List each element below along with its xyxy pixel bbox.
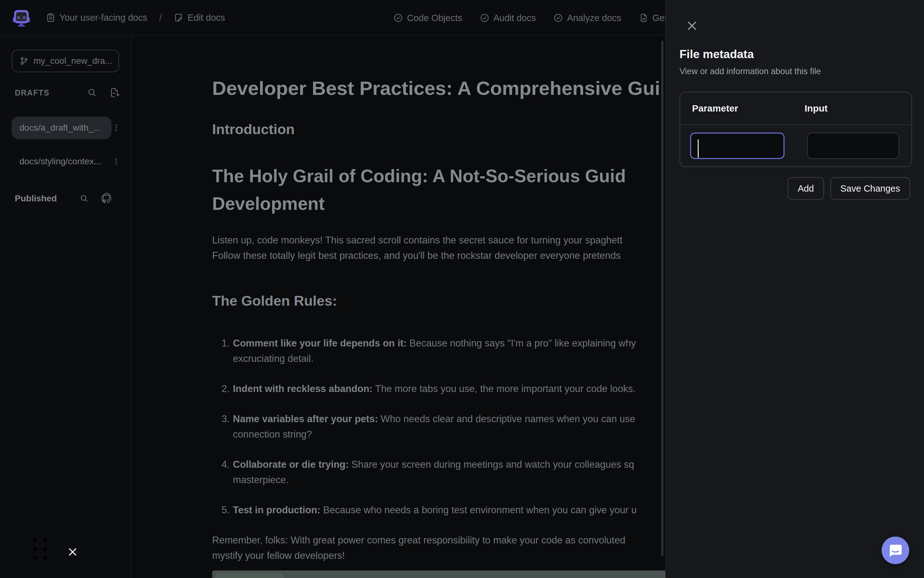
drawer-subtitle: View or add information about this file: [680, 67, 821, 76]
input-column-header: Input: [805, 103, 828, 114]
clipboard-icon: [46, 13, 55, 22]
metadata-table-header: Parameter Input: [680, 93, 911, 125]
doc-embedded-image: [212, 570, 671, 578]
new-file-icon[interactable]: [109, 87, 120, 98]
drag-handle-dots-icon[interactable]: [33, 538, 47, 560]
drawer-title: File metadata: [680, 48, 754, 61]
nav-code-objects-label: Code Objects: [407, 13, 462, 23]
search-published-icon[interactable]: [80, 194, 89, 203]
breadcrumb-docs-label: Your user-facing docs: [59, 13, 147, 23]
drafts-heading: DRAFTS: [15, 88, 49, 97]
metadata-table-row: [680, 125, 911, 167]
save-changes-button[interactable]: Save Changes: [830, 177, 910, 200]
file-icon: [639, 13, 648, 23]
draft-item-menu-icon[interactable]: [112, 154, 121, 169]
draft-item[interactable]: docs/a_draft_with_...: [11, 117, 112, 139]
nav-analyze-docs[interactable]: Analyze docs: [553, 13, 621, 23]
drafts-section-header: DRAFTS: [15, 87, 120, 98]
nav-audit-docs-label: Audit docs: [493, 13, 536, 23]
doc-image-thumbnail: [215, 573, 284, 578]
breadcrumb-separator: /: [159, 12, 161, 23]
app-logo-robot-icon[interactable]: o_o: [11, 8, 31, 27]
draft-item[interactable]: docs/styling/contex...: [11, 150, 112, 173]
draft-item-label: docs/a_draft_with_...: [20, 123, 101, 133]
document-scrollbar[interactable]: [661, 41, 664, 556]
chat-launcher-button[interactable]: [882, 537, 909, 564]
parameter-input[interactable]: [690, 133, 784, 159]
input-value-field[interactable]: [807, 133, 899, 159]
branch-name: my_cool_new_dra...: [34, 56, 112, 66]
check-circle-icon: [394, 13, 403, 23]
breadcrumb-docs[interactable]: Your user-facing docs: [46, 13, 147, 23]
edit-file-icon: [174, 13, 183, 22]
add-button[interactable]: Add: [787, 177, 824, 200]
nav-analyze-docs-label: Analyze docs: [567, 13, 621, 23]
navbar-menu: Code Objects Audit docs Analyze docs: [394, 0, 712, 36]
svg-text:o_o: o_o: [17, 15, 26, 20]
drawer-close-icon[interactable]: [686, 19, 698, 32]
branch-selector[interactable]: my_cool_new_dra...: [11, 50, 119, 72]
published-section-header: Published: [15, 193, 112, 204]
nav-code-objects[interactable]: Code Objects: [394, 13, 462, 23]
file-metadata-drawer: File metadata View or add information ab…: [665, 0, 924, 578]
search-drafts-icon[interactable]: [87, 88, 97, 98]
github-icon[interactable]: [101, 193, 112, 204]
sidebar: my_cool_new_dra... DRAFTS docs/a_draft_w…: [0, 36, 131, 578]
git-branch-icon: [19, 56, 29, 66]
chat-bubble-icon: [888, 544, 903, 557]
text-cursor: [698, 140, 699, 158]
nav-audit-docs[interactable]: Audit docs: [480, 13, 536, 23]
breadcrumb-edit-label: Edit docs: [188, 13, 225, 23]
draft-item-label: docs/styling/contex...: [20, 156, 101, 167]
close-widget-icon[interactable]: [67, 547, 78, 557]
breadcrumb-edit-docs[interactable]: Edit docs: [174, 13, 225, 23]
draft-item-menu-icon[interactable]: [112, 120, 121, 136]
published-heading: Published: [15, 193, 57, 203]
parameter-column-header: Parameter: [692, 103, 805, 114]
metadata-table: Parameter Input: [680, 92, 912, 167]
check-circle-icon: [553, 13, 563, 23]
check-circle-icon: [480, 13, 489, 23]
breadcrumb: Your user-facing docs / Edit docs: [46, 12, 225, 23]
